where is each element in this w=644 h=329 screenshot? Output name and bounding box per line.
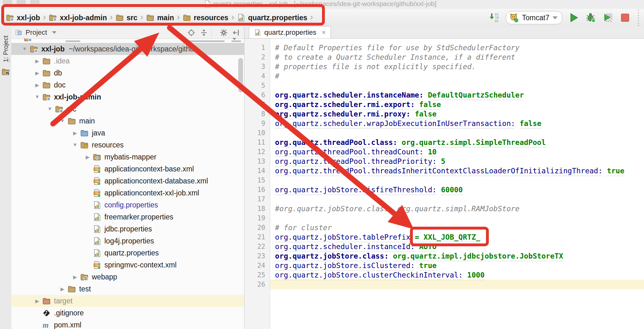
tree-row[interactable]: ▶.idea [11,55,244,67]
tree-row[interactable]: ▶webapp [11,271,244,283]
code-line[interactable]: org.quartz.jobStore.isClustered: true [270,261,644,270]
tree-row[interactable]: ▼xxl-job-admin [11,91,244,103]
code-line[interactable]: org.quartz.scheduler.rmi.export: false [270,100,644,109]
tree-row[interactable]: <>applicationcontext-base.xml [11,163,244,175]
code-line[interactable]: org.quartz.scheduler.instanceName: Defau… [270,90,644,100]
code-line[interactable] [270,128,644,138]
code-line[interactable]: # Default Properties file for use by Std… [270,43,644,52]
line-number: 6 [244,90,265,100]
tree-row[interactable]: ▶java [11,127,244,139]
line-number: 14 [244,166,265,176]
close-tab-icon[interactable]: × [322,29,326,36]
tree-row[interactable]: mpom.xml [11,319,244,329]
collapse-all-button[interactable] [200,29,208,37]
expand-toggle-icon[interactable]: ▶ [58,286,67,292]
run-toolbar: 011001 Tomcat7 [489,9,639,27]
line-number: 8 [244,109,265,119]
code-line[interactable]: org.quartz.jobStore.clusterCheckinInterv… [270,270,644,280]
run-configuration-select[interactable]: Tomcat7 [506,11,562,24]
module-folder-icon [55,105,64,113]
breadcrumb-item[interactable]: xxl-job-admin [49,14,107,22]
code-line[interactable]: org.quartz.threadPool.threadPriority: 5 [270,157,644,166]
expand-toggle-icon[interactable]: ▶ [32,82,42,88]
expand-toggle-icon[interactable]: ▶ [83,154,92,160]
chevron-down-icon[interactable] [52,31,56,34]
expand-toggle-icon[interactable]: ▶ [70,274,80,280]
expand-toggle-icon[interactable]: ▼ [70,142,80,148]
tool-window-tab-project[interactable]: 1: Project [0,28,11,69]
code-line[interactable]: org.quartz.threadPool.threadsInheritCont… [270,166,644,176]
project-tool-icon[interactable] [1,68,10,76]
code-line[interactable]: # for cluster [270,223,644,232]
code-line[interactable]: org.quartz.scheduler.wrapJobExecutionInU… [270,119,644,128]
tree-item-label: xxl-job-admin [54,93,101,101]
breadcrumb-item[interactable]: quartz.properties [237,14,307,22]
expand-toggle-icon[interactable]: ▼ [20,46,29,52]
code-line[interactable]: # to create a Quartz Scheduler Instance,… [270,52,644,62]
tree-row-partial [11,39,244,43]
breadcrumb-item[interactable]: xxl-job [6,14,40,22]
expand-toggle-icon[interactable]: ▼ [45,106,55,112]
svg-text:m: m [43,321,49,329]
code-line[interactable]: org.quartz.threadPool.threadCount: 10 [270,147,644,157]
run-with-coverage-button[interactable] [603,12,613,23]
code-line[interactable]: # [270,71,644,81]
expand-toggle-icon[interactable]: ▼ [58,118,67,124]
code-line[interactable]: #org.quartz.jobStore.class: org.quartz.s… [270,204,644,213]
expand-toggle-icon[interactable]: ▶ [32,298,42,304]
code-editor[interactable]: # Default Properties file for use by Std… [270,39,644,329]
tree-row[interactable]: jdbc.properties [11,223,244,235]
tree-row[interactable]: ▶doc [11,79,244,91]
tree-row[interactable]: <>springmvc-context.xml [11,259,244,271]
tree-row[interactable]: freemarker.properties [11,211,244,223]
title-bar: quartz.properties - xxl-job - [~/workspa… [0,0,644,9]
hide-panel-button[interactable] [232,29,240,37]
settings-gear-button[interactable] [220,29,228,37]
scroll-to-source-button[interactable] [187,29,195,37]
tree-row[interactable]: .gitignore [11,307,244,319]
breadcrumb-item[interactable]: resources [183,14,228,22]
debug-button[interactable] [586,12,596,23]
tree-row[interactable]: ▶target [11,295,244,307]
code-line[interactable]: # properties file is not explicitly spec… [270,62,644,71]
code-line[interactable]: org.quartz.scheduler.rmi.proxy: false [270,109,644,119]
breadcrumb-item[interactable]: src [115,14,138,22]
breadcrumb-item[interactable]: main [146,14,174,22]
tree-item-label: applicationcontext-xxl-job.xml [104,189,199,197]
expand-toggle-icon[interactable]: ▼ [32,94,42,100]
zoom-window-button[interactable] [31,0,39,7]
tree-row[interactable]: ▶db [11,67,244,79]
tree-row[interactable]: ▶test [11,283,244,295]
tree-row[interactable]: <>applicationcontext-database.xml [11,175,244,187]
tree-row[interactable]: ▼resources [11,139,244,151]
tree-row[interactable]: ▼xxl-job~/workspaces/idea-git-workspace/… [11,43,244,55]
code-line[interactable] [270,213,644,223]
tree-row[interactable]: ▶mybatis-mapper [11,151,244,163]
tree-item-label: doc [54,81,66,89]
update-project-button[interactable]: 011001 [489,12,500,23]
minimize-window-button[interactable] [17,0,26,7]
editor-tab-quartz-properties[interactable]: quartz.properties × [249,26,331,38]
expand-toggle-icon[interactable]: ▶ [32,58,42,64]
tree-row[interactable]: ▼src [11,103,244,115]
expand-toggle-icon[interactable]: ▶ [70,130,80,136]
project-scrollbar-thumb[interactable] [238,58,243,92]
code-line[interactable] [270,280,644,289]
tree-row[interactable]: log4j.properties [11,235,244,247]
tree-row[interactable]: config.properties [11,199,244,211]
tree-row[interactable]: quartz.properties [11,247,244,259]
tree-row[interactable]: ▼main [11,115,244,127]
code-line[interactable]: org.quartz.scheduler.instanceId: AUTO [270,242,644,251]
close-window-button[interactable] [3,0,12,7]
code-line[interactable]: org.quartz.jobStore.misfireThreshold: 60… [270,185,644,194]
code-line[interactable]: org.quartz.jobStore.tablePrefix = XXL_JO… [270,232,644,242]
code-line[interactable]: org.quartz.jobStore.class: org.quartz.im… [270,251,644,261]
run-button[interactable] [569,12,579,23]
expand-toggle-icon[interactable]: ▶ [32,70,42,76]
code-line[interactable]: org.quartz.threadPool.class: org.quartz.… [270,138,644,147]
code-line[interactable] [270,81,644,90]
code-line[interactable] [270,176,644,185]
project-panel: Project ▼xxl-job~/workspaces/idea-git-wo… [11,27,244,329]
code-line[interactable] [270,194,644,204]
tree-row[interactable]: <>applicationcontext-xxl-job.xml [11,187,244,199]
